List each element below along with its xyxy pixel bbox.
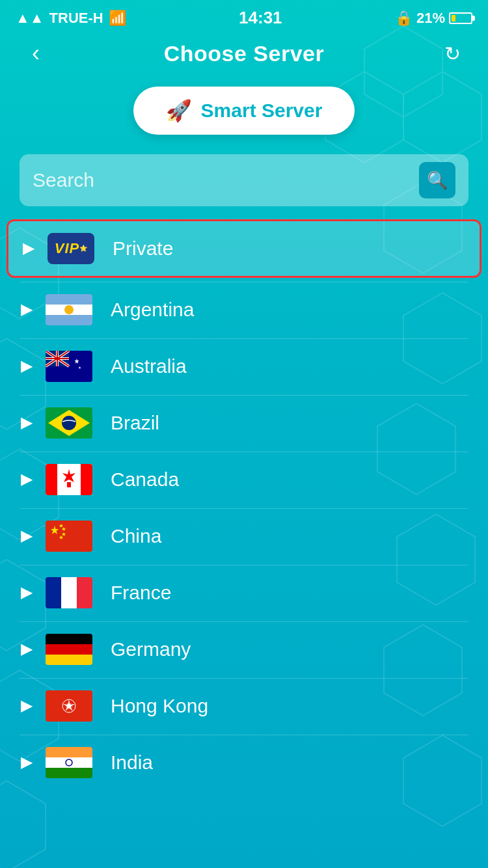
svg-rect-15 [46, 294, 92, 305]
back-button[interactable]: ‹ [20, 40, 52, 67]
list-item[interactable]: ▶ Brazil [7, 396, 481, 450]
flag-brazil [46, 407, 92, 439]
country-name: Argentina [111, 299, 194, 321]
chevron-right-icon: ▶ [20, 754, 33, 771]
search-wrapper: 🔍 [20, 154, 468, 206]
list-item[interactable]: ▶ France [7, 565, 481, 620]
flag-australia [46, 351, 92, 382]
rocket-icon: 🚀 [166, 98, 192, 123]
svg-marker-14 [0, 781, 46, 868]
svg-rect-38 [67, 482, 71, 487]
chevron-right-icon: ▶ [20, 414, 33, 431]
country-name: India [111, 752, 153, 774]
flag-canada [46, 464, 92, 495]
country-name: Australia [111, 355, 187, 377]
svg-rect-17 [46, 315, 92, 325]
signal-icon: ▲▲ [16, 10, 44, 27]
search-bar: 🔍 [20, 154, 468, 206]
smart-server-label: Smart Server [201, 100, 323, 122]
country-name: France [111, 582, 171, 604]
smart-server-button[interactable]: 🚀 Smart Server [133, 87, 355, 135]
chevron-right-icon: ▶ [21, 240, 34, 257]
clock: 14:31 [239, 8, 282, 28]
vip-badge: VIP ⭐ [47, 233, 94, 264]
svg-rect-35 [46, 464, 57, 495]
wifi-icon: 📶 [109, 10, 126, 27]
server-list: ▶ VIP ⭐ Private ▶ Argentina [0, 219, 488, 790]
search-button[interactable]: 🔍 [419, 162, 455, 198]
search-icon: 🔍 [427, 170, 448, 191]
chevron-right-icon: ▶ [20, 471, 33, 488]
lock-icon: 🔒 [395, 10, 413, 27]
country-name: Hong Kong [111, 695, 208, 717]
country-name: China [111, 525, 161, 547]
svg-rect-39 [46, 521, 92, 552]
status-right: 🔒 21% [395, 10, 472, 27]
list-item[interactable]: ▶ Argentina [7, 282, 481, 337]
list-item[interactable]: ▶ China [7, 509, 481, 563]
refresh-button[interactable]: ↻ [436, 42, 468, 65]
flag-france [46, 577, 92, 608]
svg-rect-36 [81, 464, 92, 495]
chevron-right-icon: ▶ [20, 358, 33, 375]
flag-india [46, 747, 92, 778]
chevron-right-icon: ▶ [20, 584, 33, 601]
vip-star-icon: ⭐ [79, 245, 87, 252]
chevron-right-icon: ▶ [20, 528, 33, 545]
list-item[interactable]: ▶ India [7, 735, 481, 790]
list-item[interactable]: ▶ Hong Kong [7, 679, 481, 733]
search-input[interactable] [33, 169, 419, 191]
status-bar: ▲▲ TRUE-H 📶 14:31 🔒 21% [0, 0, 488, 33]
flag-hongkong [46, 690, 92, 722]
chevron-right-icon: ▶ [20, 698, 33, 714]
list-item[interactable]: ▶ Germany [7, 622, 481, 677]
svg-rect-60 [46, 768, 92, 778]
vip-label: VIP [55, 240, 79, 257]
chevron-right-icon: ▶ [20, 641, 33, 658]
flag-china [46, 521, 92, 552]
smart-server-wrapper: 🚀 Smart Server [0, 80, 488, 154]
country-name: Germany [111, 638, 191, 660]
flag-argentina [46, 294, 92, 325]
svg-rect-58 [46, 747, 92, 757]
svg-rect-47 [77, 577, 92, 608]
svg-point-33 [62, 416, 76, 430]
svg-rect-50 [46, 655, 92, 665]
status-left: ▲▲ TRUE-H 📶 [16, 10, 126, 27]
page-title: Choose Server [164, 41, 325, 66]
svg-rect-45 [46, 577, 61, 608]
svg-rect-49 [46, 644, 92, 655]
chevron-right-icon: ▶ [20, 301, 33, 318]
battery-percent: 21% [416, 10, 445, 27]
country-name: Canada [111, 468, 179, 491]
country-name: Private [113, 237, 173, 260]
battery-icon [449, 12, 472, 24]
list-item[interactable]: ▶ Canada [7, 452, 481, 507]
svg-rect-46 [61, 577, 77, 608]
svg-rect-48 [46, 634, 92, 644]
list-item[interactable]: ▶ VIP ⭐ Private [7, 219, 481, 278]
list-item[interactable]: ▶ Austra [7, 339, 481, 394]
svg-point-18 [64, 305, 74, 314]
carrier-name: TRUE-H [49, 10, 103, 27]
country-name: Brazil [111, 412, 159, 434]
header: ‹ Choose Server ↻ [0, 33, 488, 80]
flag-germany [46, 634, 92, 665]
